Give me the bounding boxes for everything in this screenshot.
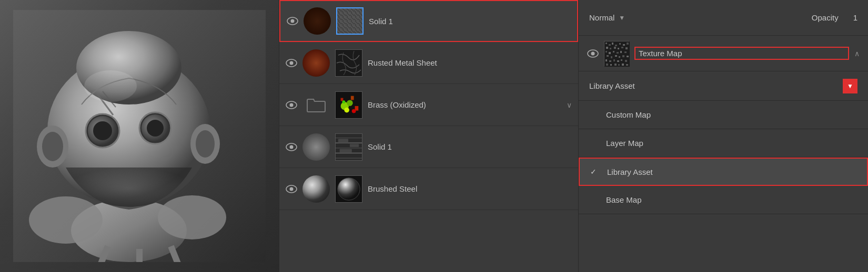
svg-point-34: [347, 100, 353, 106]
svg-rect-87: [605, 59, 607, 61]
svg-point-19: [29, 196, 103, 244]
texture-map-row: Texture Map ∧: [579, 36, 868, 71]
layer-name-solid1-top: Solid 1: [369, 17, 571, 26]
svg-point-18: [196, 130, 215, 158]
blend-mode-label: Normal: [589, 13, 614, 22]
blend-mode-chevron: ▼: [619, 14, 625, 22]
visibility-icon-rusted-metal[interactable]: [286, 59, 297, 67]
svg-rect-72: [618, 48, 619, 49]
check-icon-library-asset: ✓: [590, 168, 603, 176]
layer-item-rusted-metal[interactable]: Rusted Metal Sheet: [279, 42, 578, 84]
svg-rect-91: [621, 59, 622, 61]
layer-panel: Solid 1 Rusted Metal Sheet: [279, 0, 579, 272]
opacity-label: Opacity: [812, 13, 839, 22]
svg-rect-92: [625, 60, 627, 62]
svg-rect-79: [620, 51, 622, 53]
dropdown-toggle-button[interactable]: ▼: [843, 79, 857, 93]
dropdown-option-layer-map[interactable]: Layer Map: [579, 129, 868, 158]
svg-rect-65: [615, 45, 617, 46]
svg-rect-73: [621, 47, 623, 48]
opacity-value: 1: [853, 13, 857, 22]
dropdown-option-label-base-map: Base Map: [606, 195, 857, 204]
svg-point-20: [158, 195, 226, 239]
svg-rect-76: [609, 52, 611, 54]
svg-rect-37: [341, 98, 344, 101]
dropdown-header: Library Asset ▼: [579, 71, 868, 101]
dropdown-option-custom-map[interactable]: Custom Map: [579, 101, 868, 129]
svg-point-40: [352, 109, 356, 113]
svg-rect-51: [340, 149, 352, 152]
layer-thumb-color-solid1-bottom: [302, 133, 330, 161]
svg-point-16: [42, 132, 63, 161]
svg-rect-66: [619, 43, 621, 45]
svg-point-28: [290, 61, 294, 65]
layer-name-rusted-metal: Rusted Metal Sheet: [368, 58, 572, 67]
svg-rect-71: [614, 47, 616, 49]
svg-rect-98: [626, 64, 628, 66]
layer-name-brass-oxidized: Brass (Oxidized): [368, 100, 561, 109]
dropdown-current-value: Library Asset: [589, 81, 843, 90]
layer-item-brushed-steel[interactable]: Brushed Steel: [279, 168, 578, 210]
svg-rect-62: [605, 43, 607, 44]
layer-name-solid1-bottom: Solid 1: [368, 142, 572, 151]
svg-rect-96: [618, 64, 620, 66]
layer-thumb-color-brass-oxidized: [302, 91, 330, 119]
dropdown-area: Library Asset ▼ Custom Map Layer Map ✓ L…: [579, 71, 868, 272]
svg-rect-69: [606, 47, 608, 49]
dropdown-arrow-icon: ▼: [847, 82, 853, 90]
right-panel: Normal ▼ Opacity 1: [579, 0, 868, 272]
svg-rect-75: [605, 51, 607, 53]
svg-rect-49: [338, 139, 348, 143]
visibility-icon-brushed-steel[interactable]: [286, 185, 297, 193]
dropdown-option-library-asset[interactable]: ✓ Library Asset: [579, 158, 868, 186]
layer-thumb-color-brushed-steel: [302, 175, 330, 203]
svg-rect-81: [607, 55, 609, 57]
svg-rect-95: [614, 64, 617, 66]
layer-thumb-texture-rusted-metal: [335, 49, 362, 77]
visibility-icon-solid1-bottom[interactable]: [286, 143, 297, 151]
svg-point-39: [342, 100, 346, 103]
texture-expand-button[interactable]: ∧: [854, 49, 860, 58]
svg-rect-63: [609, 44, 611, 46]
svg-rect-50: [350, 144, 359, 147]
svg-point-53: [290, 187, 294, 191]
svg-rect-85: [622, 55, 624, 57]
layer-thumb-texture-solid1-bottom: [335, 133, 362, 161]
svg-rect-67: [623, 44, 625, 46]
svg-rect-64: [612, 43, 613, 45]
svg-point-35: [344, 107, 349, 112]
svg-rect-86: [627, 56, 629, 57]
svg-point-24: [84, 70, 137, 102]
visibility-icon-solid1-top[interactable]: [287, 17, 298, 25]
svg-point-31: [290, 103, 294, 107]
texture-map-label: Texture Map: [634, 47, 849, 60]
layer-thumb-texture-solid1-top: [336, 7, 364, 35]
dropdown-option-label-custom-map: Custom Map: [606, 110, 857, 119]
layer-name-brushed-steel: Brushed Steel: [368, 184, 572, 193]
layer-item-solid1-top[interactable]: Solid 1: [279, 0, 578, 42]
layer-item-solid1-bottom[interactable]: Solid 1: [279, 126, 578, 168]
svg-rect-36: [351, 96, 354, 100]
svg-rect-83: [615, 55, 617, 57]
svg-rect-74: [625, 47, 628, 49]
texture-map-thumbnail: [604, 41, 629, 66]
svg-rect-68: [627, 43, 629, 45]
visibility-icon-brass-oxidized[interactable]: [286, 101, 297, 109]
layer-expand-chevron-brass[interactable]: ∨: [567, 101, 572, 109]
svg-rect-97: [622, 64, 624, 66]
svg-point-26: [291, 19, 295, 23]
svg-point-13: [147, 120, 164, 137]
layer-thumb-texture-brushed-steel: [335, 175, 362, 203]
blend-mode-dropdown[interactable]: Normal ▼: [589, 13, 625, 22]
dropdown-option-label-library-asset: Library Asset: [607, 168, 856, 176]
svg-rect-93: [606, 64, 608, 66]
svg-rect-29: [336, 50, 362, 77]
texture-visibility-icon[interactable]: [587, 49, 599, 58]
robot-render: [0, 0, 279, 272]
svg-rect-94: [610, 64, 612, 66]
svg-rect-84: [619, 56, 620, 58]
layer-item-brass-oxidized[interactable]: Brass (Oxidized) ∨: [279, 84, 578, 126]
dropdown-option-base-map[interactable]: Base Map: [579, 186, 868, 214]
dropdown-option-label-layer-map: Layer Map: [606, 139, 857, 148]
svg-rect-70: [610, 48, 611, 49]
